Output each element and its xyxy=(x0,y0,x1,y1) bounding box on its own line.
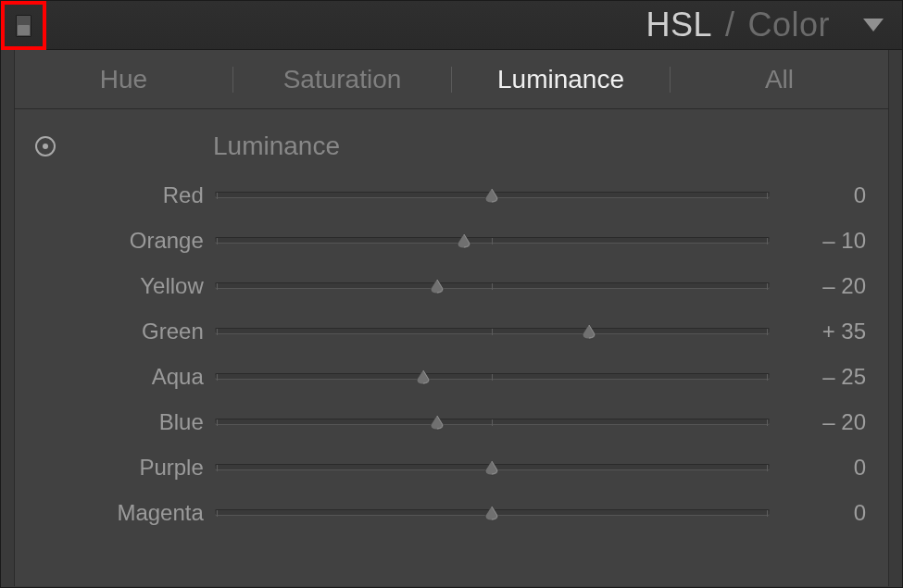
slider-track[interactable] xyxy=(215,231,770,251)
slider-value[interactable]: 0 xyxy=(770,455,872,481)
mode-hsl-label[interactable]: HSL xyxy=(646,6,712,44)
slider-track[interactable] xyxy=(215,367,770,387)
target-adjust-icon[interactable] xyxy=(35,136,56,156)
slider-row: Yellow – 20 xyxy=(33,263,872,308)
slider-value[interactable]: + 35 xyxy=(770,319,872,344)
slider-value[interactable]: – 20 xyxy=(770,273,872,299)
slider-label: Yellow xyxy=(33,273,215,299)
slider-value[interactable]: – 10 xyxy=(770,228,872,254)
switch-icon xyxy=(16,15,31,37)
slider-value[interactable]: 0 xyxy=(770,500,872,526)
tab-all[interactable]: All xyxy=(671,50,888,108)
slider-row: Magenta 0 xyxy=(33,490,872,535)
slider-label: Orange xyxy=(33,228,215,254)
slider-label: Purple xyxy=(33,455,215,481)
panel-header: HSL / Color xyxy=(1,1,902,50)
mode-color-label[interactable]: Color xyxy=(747,6,830,44)
tabs-row: Hue Saturation Luminance All xyxy=(14,50,889,109)
collapse-triangle-icon[interactable] xyxy=(863,19,884,31)
slider-row: Blue – 20 xyxy=(33,399,872,444)
panel-toggle-switch[interactable] xyxy=(1,1,46,50)
section-title: Luminance xyxy=(213,131,340,161)
slider-row: Purple 0 xyxy=(33,444,872,490)
panel-title: HSL / Color xyxy=(646,6,884,44)
slider-label: Aqua xyxy=(33,364,215,390)
slider-track[interactable] xyxy=(215,457,770,478)
slider-track[interactable] xyxy=(215,185,770,206)
slider-value[interactable]: – 25 xyxy=(770,364,872,390)
slider-label: Green xyxy=(33,319,215,344)
slider-label: Blue xyxy=(33,409,215,435)
slider-track[interactable] xyxy=(215,276,770,296)
mode-separator: / xyxy=(725,6,735,44)
slider-row: Orange – 10 xyxy=(33,218,872,263)
slider-label: Magenta xyxy=(33,500,215,526)
slider-row: Aqua – 25 xyxy=(33,354,872,399)
tab-hue[interactable]: Hue xyxy=(15,50,232,108)
tab-saturation[interactable]: Saturation xyxy=(233,50,451,108)
tab-luminance[interactable]: Luminance xyxy=(452,50,670,108)
slider-track[interactable] xyxy=(215,321,770,342)
slider-label: Red xyxy=(33,182,215,208)
slider-row: Red 0 xyxy=(33,172,872,218)
slider-value[interactable]: – 20 xyxy=(770,409,872,435)
slider-row: Green + 35 xyxy=(33,308,872,354)
slider-value[interactable]: 0 xyxy=(770,182,872,208)
panel-content: Luminance Red 0 Orange – 10 Yellow xyxy=(14,109,889,586)
slider-track[interactable] xyxy=(215,412,770,432)
slider-track[interactable] xyxy=(215,503,770,523)
